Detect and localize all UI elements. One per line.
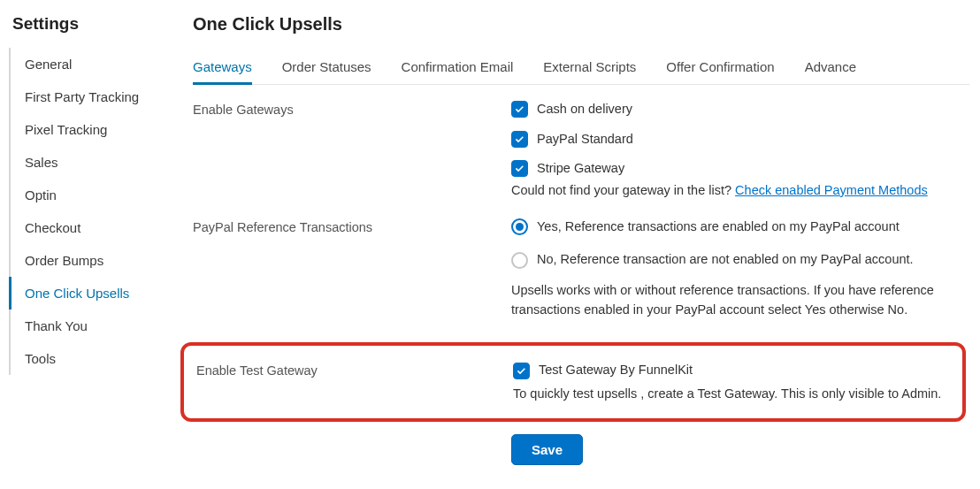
sidebar-item-label: Optin: [25, 187, 57, 202]
settings-sidebar: Settings General First Party Tracking Pi…: [9, 14, 168, 465]
paypal-ref-helper: Upsells works with or without reference …: [511, 281, 969, 320]
radio-icon[interactable]: [511, 252, 528, 269]
gateway-option-label: Stripe Gateway: [537, 160, 624, 178]
main-content: One Click Upsells Gateways Order Statuse…: [168, 14, 980, 465]
tab-offer-confirmation[interactable]: Offer Confirmation: [666, 52, 774, 84]
test-gateway-helper: To quickly test upsells , create a Test …: [513, 385, 950, 404]
checkbox-icon[interactable]: [511, 101, 528, 118]
sidebar-item-label: Thank You: [25, 318, 88, 333]
gateway-option-paypal-standard[interactable]: PayPal Standard: [511, 131, 969, 149]
save-row: Save: [193, 434, 969, 465]
enable-gateways-options: Cash on delivery PayPal Standard Stripe …: [511, 101, 969, 197]
radio-option-label: No, Reference transaction are not enable…: [537, 251, 914, 269]
tab-label: Advance: [805, 59, 856, 74]
check-enabled-payment-methods-link[interactable]: Check enabled Payment Methods: [735, 183, 928, 197]
sidebar-item-tools[interactable]: Tools: [11, 342, 168, 375]
test-gateway-control: Test Gateway By FunnelKit To quickly tes…: [513, 362, 950, 403]
tab-advance[interactable]: Advance: [805, 52, 856, 84]
page-title: One Click Upsells: [193, 14, 969, 34]
tab-order-statuses[interactable]: Order Statuses: [282, 52, 371, 84]
gateway-hint-text: Could not find your gateway in the list?: [511, 183, 735, 197]
sidebar-nav: General First Party Tracking Pixel Track…: [9, 48, 168, 375]
tab-gateways[interactable]: Gateways: [193, 52, 252, 84]
gateway-option-label: PayPal Standard: [537, 131, 633, 149]
test-gateway-highlight: Enable Test Gateway Test Gateway By Funn…: [180, 342, 966, 421]
row-enable-gateways: Enable Gateways Cash on delivery PayPal …: [193, 101, 969, 197]
sidebar-item-label: First Party Tracking: [25, 89, 139, 104]
sidebar-item-label: One Click Upsells: [25, 286, 129, 301]
checkbox-icon[interactable]: [513, 363, 530, 379]
tab-label: Offer Confirmation: [666, 59, 774, 74]
sidebar-item-label: Order Bumps: [25, 253, 103, 268]
tab-label: Confirmation Email: [402, 59, 514, 74]
tab-label: Order Statuses: [282, 59, 371, 74]
label-enable-gateways: Enable Gateways: [193, 101, 511, 117]
sidebar-item-thank-you[interactable]: Thank You: [11, 309, 168, 342]
tab-confirmation-email[interactable]: Confirmation Email: [402, 52, 514, 84]
label-test-gateway: Enable Test Gateway: [196, 362, 513, 378]
row-test-gateway: Enable Test Gateway Test Gateway By Funn…: [196, 362, 950, 403]
sidebar-item-order-bumps[interactable]: Order Bumps: [11, 244, 168, 277]
tab-label: External Scripts: [543, 59, 636, 74]
paypal-ref-no[interactable]: No, Reference transaction are not enable…: [511, 251, 969, 269]
sidebar-item-one-click-upsells[interactable]: One Click Upsells: [11, 277, 168, 309]
sidebar-item-optin[interactable]: Optin: [11, 179, 168, 211]
gateway-option-stripe[interactable]: Stripe Gateway: [511, 160, 969, 178]
sidebar-item-general[interactable]: General: [11, 48, 168, 80]
sidebar-item-pixel-tracking[interactable]: Pixel Tracking: [11, 113, 168, 146]
sidebar-item-label: General: [25, 57, 72, 72]
sidebar-item-checkout[interactable]: Checkout: [11, 211, 168, 244]
checkbox-icon[interactable]: [511, 160, 528, 177]
radio-option-label: Yes, Reference transactions are enabled …: [537, 218, 900, 236]
checkbox-icon[interactable]: [511, 131, 528, 148]
paypal-reference-options: Yes, Reference transactions are enabled …: [511, 218, 969, 329]
radio-icon[interactable]: [511, 218, 528, 235]
tabs: Gateways Order Statuses Confirmation Ema…: [193, 52, 969, 85]
paypal-ref-yes[interactable]: Yes, Reference transactions are enabled …: [511, 218, 969, 236]
label-paypal-reference: PayPal Reference Transactions: [193, 218, 511, 234]
gateway-option-label: Cash on delivery: [537, 101, 632, 118]
sidebar-item-label: Pixel Tracking: [25, 122, 107, 137]
sidebar-item-sales[interactable]: Sales: [11, 146, 168, 179]
sidebar-title: Settings: [9, 14, 168, 34]
test-gateway-option-label: Test Gateway By FunnelKit: [539, 362, 693, 379]
test-gateway-option[interactable]: Test Gateway By FunnelKit: [513, 362, 950, 379]
tab-label: Gateways: [193, 59, 252, 74]
row-paypal-reference: PayPal Reference Transactions Yes, Refer…: [193, 218, 969, 329]
sidebar-item-label: Checkout: [25, 220, 80, 235]
sidebar-item-first-party-tracking[interactable]: First Party Tracking: [11, 80, 168, 113]
tab-external-scripts[interactable]: External Scripts: [543, 52, 636, 84]
gateway-hint: Could not find your gateway in the list?…: [511, 183, 969, 197]
sidebar-item-label: Sales: [25, 155, 58, 170]
sidebar-item-label: Tools: [25, 351, 56, 366]
gateway-option-cod[interactable]: Cash on delivery: [511, 101, 969, 118]
save-button[interactable]: Save: [511, 434, 583, 465]
